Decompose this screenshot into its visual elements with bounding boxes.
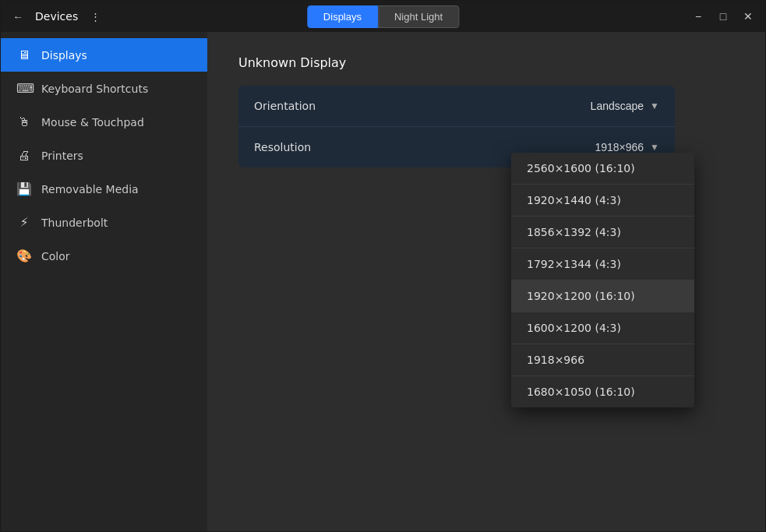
removable-media-icon: 💾 — [16, 181, 32, 196]
sidebar-label-mouse: Mouse & Touchpad — [41, 116, 144, 129]
window-controls: − □ ✕ — [687, 5, 759, 27]
maximize-button[interactable]: □ — [712, 5, 734, 27]
resolution-label: Resolution — [254, 141, 311, 153]
printer-icon: 🖨 — [16, 148, 32, 163]
menu-button[interactable]: ⋮ — [84, 5, 106, 27]
thunderbolt-icon: ⚡ — [16, 215, 32, 230]
back-icon: ← — [12, 11, 23, 23]
back-button[interactable]: ← — [7, 5, 29, 27]
resolution-option-2[interactable]: 1856×1392 (4:3) — [511, 217, 694, 248]
resolution-option-0[interactable]: 2560×1600 (16:10) — [511, 153, 694, 185]
sidebar: 🖥 Displays ⌨ Keyboard Shortcuts 🖱 Mouse … — [1, 32, 207, 531]
sidebar-label-thunderbolt: Thunderbolt — [41, 217, 108, 229]
main-panel: Unknown Display Orientation Landscape ▼ … — [207, 32, 765, 531]
sidebar-label-displays: Displays — [41, 49, 87, 62]
sidebar-item-removable-media[interactable]: 💾 Removable Media — [1, 172, 207, 206]
minimize-button[interactable]: − — [687, 5, 709, 27]
keyboard-icon: ⌨ — [16, 81, 32, 96]
resolution-arrow-icon: ▼ — [650, 142, 659, 153]
orientation-label: Orientation — [254, 100, 316, 112]
resolution-option-4[interactable]: 1920×1200 (16:10) — [511, 280, 694, 312]
sidebar-item-keyboard-shortcuts[interactable]: ⌨ Keyboard Shortcuts — [1, 72, 207, 105]
close-icon: ✕ — [743, 10, 753, 23]
orientation-row: Orientation Landscape ▼ — [238, 86, 675, 127]
maximize-icon: □ — [720, 10, 726, 23]
tab-group: Displays Night Light — [307, 5, 459, 28]
sidebar-item-thunderbolt[interactable]: ⚡ Thunderbolt — [1, 206, 207, 239]
sidebar-label-color: Color — [41, 250, 70, 262]
resolution-dropdown[interactable]: 1918×966 ▼ — [595, 141, 659, 153]
tab-displays[interactable]: Displays — [307, 5, 378, 28]
resolution-option-7[interactable]: 1680×1050 (16:10) — [511, 376, 694, 407]
color-icon: 🎨 — [16, 248, 32, 263]
sidebar-item-displays[interactable]: 🖥 Displays — [1, 38, 207, 72]
titlebar: ← Devices ⋮ Displays Night Light − □ ✕ — [1, 1, 765, 32]
resolution-value: 1918×966 — [595, 141, 644, 153]
window: ← Devices ⋮ Displays Night Light − □ ✕ — [0, 0, 766, 532]
orientation-value: Landscape — [591, 100, 644, 112]
orientation-arrow-icon: ▼ — [650, 100, 659, 111]
resolution-dropdown-menu: 2560×1600 (16:10) 1920×1440 (4:3) 1856×1… — [511, 153, 694, 407]
sidebar-label-removable: Removable Media — [41, 183, 139, 196]
sidebar-item-color[interactable]: 🎨 Color — [1, 239, 207, 273]
minimize-icon: − — [695, 10, 701, 23]
resolution-option-5[interactable]: 1600×1200 (4:3) — [511, 312, 694, 344]
sidebar-item-mouse-touchpad[interactable]: 🖱 Mouse & Touchpad — [1, 105, 207, 139]
orientation-dropdown[interactable]: Landscape ▼ — [591, 100, 659, 112]
window-title: Devices — [35, 10, 78, 23]
tab-night-light[interactable]: Night Light — [378, 5, 459, 28]
sidebar-label-keyboard: Keyboard Shortcuts — [41, 83, 148, 95]
sidebar-item-printers[interactable]: 🖨 Printers — [1, 139, 207, 172]
displays-icon: 🖥 — [16, 48, 32, 62]
resolution-option-1[interactable]: 1920×1440 (4:3) — [511, 185, 694, 217]
close-button[interactable]: ✕ — [737, 5, 759, 27]
sidebar-label-printers: Printers — [41, 150, 83, 162]
mouse-icon: 🖱 — [16, 115, 32, 129]
resolution-option-6[interactable]: 1918×966 — [511, 344, 694, 376]
menu-icon: ⋮ — [90, 11, 101, 23]
display-title: Unknown Display — [238, 55, 734, 70]
resolution-option-3[interactable]: 1792×1344 (4:3) — [511, 248, 694, 280]
content-area: 🖥 Displays ⌨ Keyboard Shortcuts 🖱 Mouse … — [1, 32, 765, 531]
